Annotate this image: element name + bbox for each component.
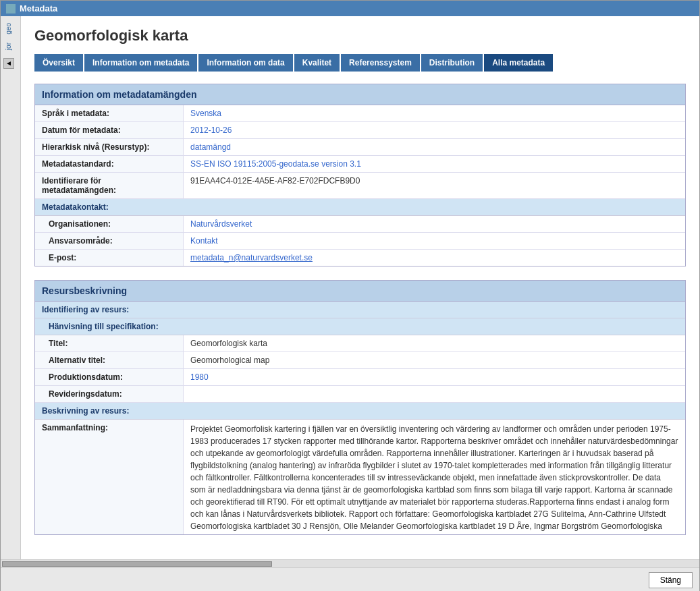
main-window: Metadata geo jor ◄ Geomorfologisk karta … bbox=[0, 0, 700, 591]
tab-alla-metadata[interactable]: Alla metadata bbox=[484, 54, 553, 72]
identification-subheader: Identifiering av resurs: bbox=[35, 302, 685, 318]
description-subheader: Beskrivning av resurs: bbox=[35, 403, 685, 420]
close-button[interactable]: Stäng bbox=[649, 572, 693, 588]
tab-information-om-metadata[interactable]: Information om metadata bbox=[84, 54, 197, 72]
label-identifierare: Identifierare för metadatamängden: bbox=[35, 173, 184, 198]
label-epost: E-post: bbox=[35, 250, 184, 266]
row-metadatastandard: Metadatastandard: SS-EN ISO 19115:2005-g… bbox=[35, 156, 685, 173]
value-epost[interactable]: metadata_n@naturvardsverket.se bbox=[184, 250, 685, 266]
label-ansvarsomrade: Ansvarsområde: bbox=[35, 233, 184, 249]
tab-information-om-data[interactable]: Information om data bbox=[198, 54, 292, 72]
window-title: Metadata bbox=[20, 3, 57, 13]
row-ansvarsomrade: Ansvarsområde: Kontakt bbox=[35, 233, 685, 250]
label-revideringsdatum: Revideringsdatum: bbox=[35, 386, 184, 402]
page-title: Geomorfologisk karta bbox=[34, 27, 686, 45]
tab-distribution[interactable]: Distribution bbox=[421, 54, 483, 72]
row-hierarkisk: Hierarkisk nivå (Resurstyp): datamängd bbox=[35, 139, 685, 156]
value-sprak: Svenska bbox=[184, 105, 685, 121]
value-metadatastandard: SS-EN ISO 19115:2005-geodata.se version … bbox=[184, 156, 685, 172]
sidebar-item-jor[interactable]: jor bbox=[3, 40, 18, 53]
resource-section-header: Resursbeskrivning bbox=[35, 281, 685, 302]
row-sprak: Språk i metadata: Svenska bbox=[35, 105, 685, 122]
row-titel: Titel: Geomorfologisk karta bbox=[35, 335, 685, 352]
summary-text: Projektet Geomorfolisk kartering i fjäll… bbox=[190, 423, 678, 531]
left-sidebar: geo jor ◄ bbox=[1, 16, 21, 559]
row-alt-titel: Alternativ titel: Geomorhological map bbox=[35, 352, 685, 369]
value-hierarkisk: datamängd bbox=[184, 139, 685, 155]
label-organisation: Organisationen: bbox=[35, 216, 184, 232]
label-sammanfattning: Sammanfattning: bbox=[35, 420, 184, 534]
row-sammanfattning: Sammanfattning: Projektet Geomorfolisk k… bbox=[35, 420, 685, 534]
label-alt-titel: Alternativ titel: bbox=[35, 352, 184, 368]
value-revideringsdatum bbox=[184, 386, 685, 402]
tab-kvalitet[interactable]: Kvalitet bbox=[294, 54, 340, 72]
value-organisation: Naturvårdsverket bbox=[184, 216, 685, 232]
row-revideringsdatum: Revideringsdatum: bbox=[35, 386, 685, 403]
bottom-bar: Stäng bbox=[1, 567, 699, 591]
sidebar-item-geo[interactable]: geo bbox=[3, 20, 18, 37]
scrollbar-thumb[interactable] bbox=[2, 561, 272, 567]
window-icon bbox=[6, 4, 16, 13]
label-titel: Titel: bbox=[35, 335, 184, 351]
row-epost: E-post: metadata_n@naturvardsverket.se bbox=[35, 250, 685, 266]
label-sprak: Språk i metadata: bbox=[35, 105, 184, 121]
label-produktionsdatum: Produktionsdatum: bbox=[35, 369, 184, 385]
value-produktionsdatum: 1980 bbox=[184, 369, 685, 385]
page-content: geo jor ◄ Geomorfologisk karta Översikt … bbox=[1, 16, 699, 559]
title-bar: Metadata bbox=[1, 1, 699, 16]
main-area: Geomorfologisk karta Översikt Informatio… bbox=[21, 16, 699, 559]
scrollbar-area bbox=[1, 559, 699, 567]
value-datum: 2012-10-26 bbox=[184, 122, 685, 138]
contact-subheader: Metadatakontakt: bbox=[35, 199, 685, 216]
value-alt-titel: Geomorhological map bbox=[184, 352, 685, 368]
resource-section: Resursbeskrivning Identifiering av resur… bbox=[34, 280, 686, 535]
row-datum: Datum för metadata: 2012-10-26 bbox=[35, 122, 685, 139]
metadata-section: Information om metadatamängden Språk i m… bbox=[34, 84, 686, 266]
value-sammanfattning: Projektet Geomorfolisk kartering i fjäll… bbox=[184, 420, 685, 534]
value-identifierare: 91EAA4C4-012E-4A5E-AF82-E702FDCFB9D0 bbox=[184, 173, 685, 198]
sidebar-arrow[interactable]: ◄ bbox=[3, 58, 14, 69]
tab-overview[interactable]: Översikt bbox=[34, 54, 83, 72]
tab-referenssystem[interactable]: Referenssystem bbox=[341, 54, 420, 72]
row-identifierare: Identifierare för metadatamängden: 91EAA… bbox=[35, 173, 685, 199]
value-titel: Geomorfologisk karta bbox=[184, 335, 685, 351]
specification-subheader: Hänvisning till specifikation: bbox=[35, 318, 685, 335]
metadata-section-header: Information om metadatamängden bbox=[35, 84, 685, 105]
label-hierarkisk: Hierarkisk nivå (Resurstyp): bbox=[35, 139, 184, 155]
label-datum: Datum för metadata: bbox=[35, 122, 184, 138]
row-produktionsdatum: Produktionsdatum: 1980 bbox=[35, 369, 685, 386]
label-metadatastandard: Metadatastandard: bbox=[35, 156, 184, 172]
value-ansvarsomrade: Kontakt bbox=[184, 233, 685, 249]
row-organisation: Organisationen: Naturvårdsverket bbox=[35, 216, 685, 233]
tabs-bar: Översikt Information om metadata Informa… bbox=[34, 54, 686, 72]
